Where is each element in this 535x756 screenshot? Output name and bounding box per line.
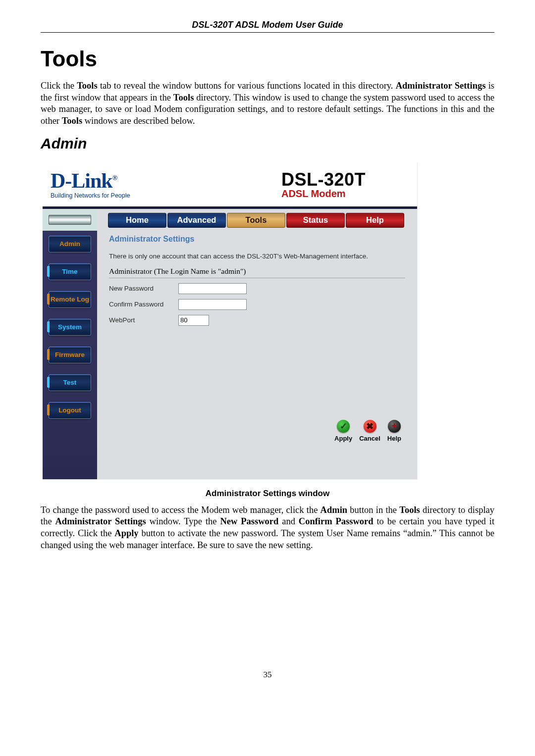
text: Click the [41,81,77,91]
text: To change the password used to access th… [41,505,321,515]
sidebar-item-admin[interactable]: Admin [49,236,91,252]
bold-text: Tools [77,81,97,91]
bold-text: Administrator Settings [396,81,486,91]
intro-paragraph: Click the Tools tab to reveal the window… [41,80,494,127]
sidebar-item-logout[interactable]: Logout [49,402,91,419]
tab-advanced[interactable]: Advanced [167,213,226,228]
document-page: DSL-320T ADSL Modem User Guide Tools Cli… [0,0,535,709]
model-name: DSL-320T [281,169,366,190]
webport-label: WebPort [109,316,178,324]
panel-legend: Administrator (The Login Name is "admin"… [109,267,405,278]
subsection-heading-admin: Admin [41,135,494,152]
tab-tools[interactable]: Tools [227,213,285,228]
page-number: 35 [41,670,494,680]
bold-text: Tools [173,93,194,102]
bold-text: Tools [399,505,420,515]
text: and [278,516,299,526]
check-icon: ✓ [337,420,350,433]
cancel-label: Cancel [359,435,380,442]
device-thumbnail [43,209,97,231]
apply-button[interactable]: ✓ Apply [334,420,352,442]
panel-description: There is only one account that can acces… [109,252,405,260]
plus-icon: + [388,420,401,433]
bold-text: New Password [220,516,278,526]
cancel-button[interactable]: ✖ Cancel [359,420,380,442]
close-icon: ✖ [364,420,376,433]
header-divider [41,32,494,33]
tab-status[interactable]: Status [286,213,345,228]
bold-text: Apply [114,528,138,538]
help-label: Help [387,435,401,442]
bold-text: Confirm Password [299,516,374,526]
model-block: DSL-320T ADSL Modem [281,169,366,200]
text: windows are described below. [82,116,195,126]
webport-input[interactable] [178,315,209,326]
bold-text: Admin [321,505,348,515]
text: button in the [347,505,399,515]
text: tab to reveal the window buttons for var… [98,81,396,91]
router-banner: D-Link® Building Networks for People DSL… [43,163,417,206]
document-running-header: DSL-320T ADSL Modem User Guide [41,20,494,30]
tab-help[interactable]: Help [346,213,404,228]
new-password-label: New Password [109,285,178,292]
text: window. Type the [146,516,220,526]
bold-text: Administrator Settings [55,516,146,526]
router-body: Admin Time Remote Log System Firmware Te… [43,206,417,479]
main-panel: Home Advanced Tools Status Help Administ… [97,209,417,479]
row-webport: WebPort [109,315,405,326]
action-buttons: ✓ Apply ✖ Cancel + Help [109,420,405,442]
sidebar: Admin Time Remote Log System Firmware Te… [43,209,97,479]
new-password-input[interactable] [178,283,247,294]
sidebar-item-system[interactable]: System [49,319,91,336]
panel-title: Administrator Settings [109,235,405,244]
help-button[interactable]: + Help [387,420,401,442]
apply-label: Apply [334,435,352,442]
row-new-password: New Password [109,283,405,294]
confirm-password-label: Confirm Password [109,301,178,308]
brand-name: D-Link [51,169,112,192]
figure-caption: Administrator Settings window [41,489,494,499]
sidebar-item-firmware[interactable]: Firmware [49,347,91,363]
sidebar-item-time[interactable]: Time [49,263,91,280]
brand-tagline: Building Networks for People [51,192,130,199]
row-confirm-password: Confirm Password [109,299,405,310]
section-heading-tools: Tools [41,47,494,71]
sidebar-item-test[interactable]: Test [49,374,91,391]
top-tabs: Home Advanced Tools Status Help [108,213,405,228]
registered-mark: ® [112,174,117,182]
confirm-password-input[interactable] [178,299,247,310]
bold-text: Tools [62,116,82,126]
sidebar-item-remotelog[interactable]: Remote Log [49,291,91,308]
router-admin-ui: D-Link® Building Networks for People DSL… [43,163,418,480]
tab-home[interactable]: Home [108,213,166,228]
following-paragraph: To change the password used to access th… [41,504,494,552]
dlink-logo: D-Link® Building Networks for People [51,170,130,199]
